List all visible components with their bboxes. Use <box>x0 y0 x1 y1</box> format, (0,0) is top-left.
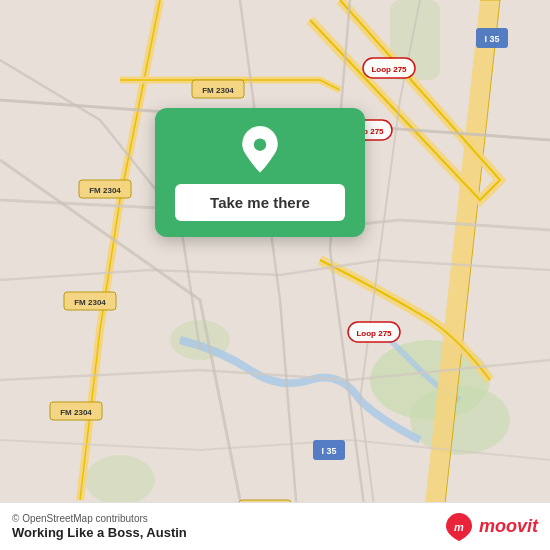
moovit-text: moovit <box>479 516 538 537</box>
svg-text:I 35: I 35 <box>321 446 336 456</box>
svg-text:FM 2304: FM 2304 <box>74 298 106 307</box>
svg-text:FM 2304: FM 2304 <box>89 186 121 195</box>
svg-point-2 <box>410 385 510 455</box>
svg-point-4 <box>85 455 155 505</box>
osm-attribution: © OpenStreetMap contributors <box>12 513 187 524</box>
take-me-there-button[interactable]: Take me there <box>175 184 345 221</box>
svg-text:FM 2304: FM 2304 <box>202 86 234 95</box>
location-pin-icon <box>236 126 284 174</box>
popup-card: Take me there <box>155 108 365 237</box>
svg-point-29 <box>254 138 266 150</box>
moovit-icon: m <box>443 511 475 543</box>
bottom-info: © OpenStreetMap contributors Working Lik… <box>12 513 187 540</box>
svg-text:Loop 275: Loop 275 <box>371 65 407 74</box>
map-background: I 35 Loop 275 Loop 275 275 Loop 275 FM 2… <box>0 0 550 550</box>
svg-text:m: m <box>454 521 464 533</box>
location-label: Working Like a Boss, Austin <box>12 525 187 540</box>
map-container: I 35 Loop 275 Loop 275 275 Loop 275 FM 2… <box>0 0 550 550</box>
svg-text:I 35: I 35 <box>484 34 499 44</box>
moovit-logo: m moovit <box>443 511 538 543</box>
svg-text:Loop 275: Loop 275 <box>356 329 392 338</box>
svg-text:FM 2304: FM 2304 <box>60 408 92 417</box>
bottom-bar: © OpenStreetMap contributors Working Lik… <box>0 502 550 550</box>
